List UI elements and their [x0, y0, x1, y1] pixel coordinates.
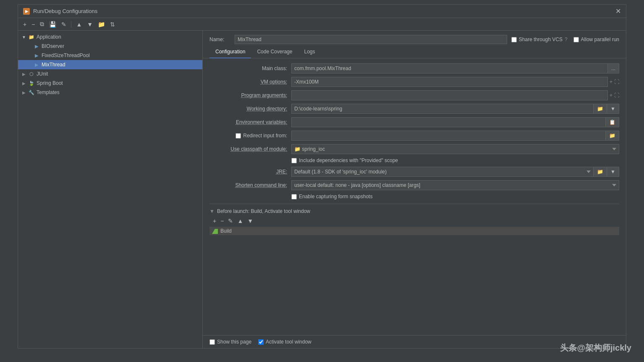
spring-icon: 🍃 [28, 80, 35, 87]
env-vars-label: Environment variables: [209, 119, 287, 125]
build-icon [212, 228, 218, 234]
arrow-junit: ▶ [21, 72, 26, 76]
redirect-input-field[interactable] [291, 131, 606, 141]
folder-button[interactable]: 📁 [96, 20, 107, 29]
allow-parallel-checkbox[interactable] [573, 37, 579, 42]
tree-item-junit[interactable]: ▶ ⬡ JUnit [18, 69, 202, 79]
program-args-expand-button[interactable]: + [610, 92, 613, 98]
env-vars-row: Environment variables: 📋 [209, 117, 619, 127]
name-input[interactable] [235, 35, 507, 44]
working-dir-browse-button[interactable]: 📁 [594, 104, 607, 114]
tab-logs[interactable]: Logs [298, 46, 321, 58]
activate-tool-window-label: Activate tool window [258, 339, 312, 345]
tree-label-templates: Templates [37, 89, 60, 95]
tree-item-application[interactable]: ▼ 📁 Application [18, 32, 202, 42]
env-vars-input[interactable] [291, 117, 606, 127]
tree-item-bioserver[interactable]: ▶ BIOserver [18, 42, 202, 51]
tree-item-templates[interactable]: ▶ 🔧 Templates [18, 88, 202, 97]
junit-icon: ⬡ [28, 71, 35, 77]
tab-code-coverage[interactable]: Code Coverage [251, 46, 298, 58]
classpath-row: Use classpath of module: 📁 spring_ioc [209, 144, 619, 154]
env-vars-group: 📋 [291, 117, 619, 127]
before-launch-remove-button[interactable]: − [219, 217, 225, 225]
share-vcs-help-icon[interactable]: ? [565, 37, 568, 42]
title-bar-left: ▶ Run/Debug Configurations [23, 8, 97, 15]
allow-parallel-label: Allow parallel run [581, 37, 619, 42]
form-snapshots-checkbox[interactable] [291, 194, 297, 199]
before-launch-edit-button[interactable]: ✎ [226, 217, 235, 225]
working-dir-dropdown-button[interactable]: ▼ [607, 104, 619, 114]
program-args-fullscreen-button[interactable]: ⛶ [614, 92, 619, 98]
tab-configuration[interactable]: Configuration [209, 46, 251, 58]
before-launch-arrow-icon: ▼ [209, 208, 215, 214]
main-class-input[interactable] [291, 63, 608, 73]
show-this-page-checkbox[interactable] [209, 339, 215, 345]
redirect-input-checkbox[interactable] [236, 133, 241, 139]
watermark: 头条@架构师jickly [560, 342, 631, 354]
move-down-button[interactable]: ▼ [85, 20, 94, 29]
main-content: ▼ 📁 Application ▶ BIOserver ▶ FixedSizeT… [18, 31, 626, 348]
redirect-input-label: Redirect input from: [243, 133, 287, 139]
shorten-cmd-label: Shorten command line: [209, 182, 287, 188]
move-up-button[interactable]: ▲ [74, 20, 84, 29]
jre-select[interactable]: Default (1.8 - SDK of 'spring_ioc' modul… [291, 167, 594, 177]
class-icon-fixedsize: ▶ [33, 52, 40, 59]
vm-options-input[interactable] [291, 77, 608, 87]
dialog-icon: ▶ [23, 8, 30, 15]
close-button[interactable]: ✕ [615, 7, 621, 15]
tree-label-mixthread: MixThread [42, 62, 65, 68]
env-vars-edit-button[interactable]: 📋 [606, 117, 619, 127]
copy-config-button[interactable]: ⧉ [38, 20, 46, 29]
activate-tool-window-checkbox[interactable] [258, 339, 264, 345]
main-class-label: Main class: [209, 66, 287, 71]
jre-dropdown-button[interactable]: ▼ [607, 167, 619, 177]
share-vcs-checkbox[interactable] [511, 37, 517, 42]
jre-browse-button[interactable]: 📁 [594, 167, 607, 177]
before-launch-header[interactable]: ▼ Before launch: Build, Activate tool wi… [209, 208, 619, 214]
redirect-input-row: Redirect input from: 📁 [209, 131, 619, 141]
program-args-group: + ⛶ [291, 90, 619, 100]
classpath-select[interactable]: 📁 spring_ioc [291, 144, 619, 154]
arrow-application: ▼ [21, 35, 26, 39]
tree-label-junit: JUnit [37, 71, 48, 77]
save-config-button[interactable]: 💾 [47, 20, 58, 29]
before-launch-add-button[interactable]: + [211, 217, 218, 225]
add-config-button[interactable]: + [21, 20, 28, 29]
run-debug-dialog: ▶ Run/Debug Configurations ✕ + − ⧉ 💾 ✎ ▲… [18, 4, 626, 349]
include-deps-row: Include dependencies with "Provided" sco… [209, 157, 619, 163]
redirect-browse-button[interactable]: 📁 [606, 131, 619, 141]
class-icon-mixthread: ▶ [33, 61, 40, 68]
share-vcs-label: Share through VCS [519, 37, 563, 42]
jre-row: JRE: Default (1.8 - SDK of 'spring_ioc' … [209, 167, 619, 177]
title-bar: ▶ Run/Debug Configurations ✕ [18, 5, 626, 18]
vm-options-expand-button[interactable]: + [610, 79, 613, 85]
before-launch-up-button[interactable]: ▲ [236, 217, 245, 225]
shorten-cmd-select[interactable]: user-local default: none - java [options… [291, 180, 619, 190]
tree-item-fixedsize[interactable]: ▶ FixedSizeThreadPool [18, 51, 202, 60]
program-args-row: Program arguments: + ⛶ [209, 90, 619, 100]
main-class-row: Main class: ... [209, 63, 619, 73]
tree-label-bioserver: BIOserver [42, 43, 64, 49]
before-launch-toolbar: + − ✎ ▲ ▼ [209, 217, 619, 225]
include-deps-checkbox[interactable] [291, 158, 297, 163]
tree-item-springboot[interactable]: ▶ 🍃 Spring Boot [18, 79, 202, 88]
vm-options-group: + ⛶ [291, 77, 619, 87]
program-args-input[interactable] [291, 90, 608, 100]
tree-item-mixthread[interactable]: ▶ MixThread [18, 60, 202, 69]
allow-parallel-row: Allow parallel run [573, 37, 619, 42]
before-launch-down-button[interactable]: ▼ [246, 217, 255, 225]
share-vcs-row: Share through VCS ? [511, 37, 568, 42]
remove-config-button[interactable]: − [30, 20, 37, 29]
form-snapshots-label: Enable capturing form snapshots [291, 194, 372, 199]
tree-label-fixedsize: FixedSizeThreadPool [42, 52, 90, 58]
working-dir-input[interactable] [291, 104, 594, 114]
working-dir-row: Working directory: 📁 ▼ [209, 104, 619, 114]
vm-options-fullscreen-button[interactable]: ⛶ [614, 79, 619, 85]
sort-button[interactable]: ⇅ [108, 20, 117, 29]
before-launch-section: ▼ Before launch: Build, Activate tool wi… [209, 204, 619, 235]
form-snapshots-row: Enable capturing form snapshots [209, 194, 619, 199]
main-class-browse-button[interactable]: ... [608, 63, 619, 73]
right-panel: Name: Share through VCS ? Allow parallel… [203, 31, 626, 348]
edit-config-button[interactable]: ✎ [60, 20, 68, 29]
before-launch-build-item[interactable]: Build [209, 227, 619, 235]
